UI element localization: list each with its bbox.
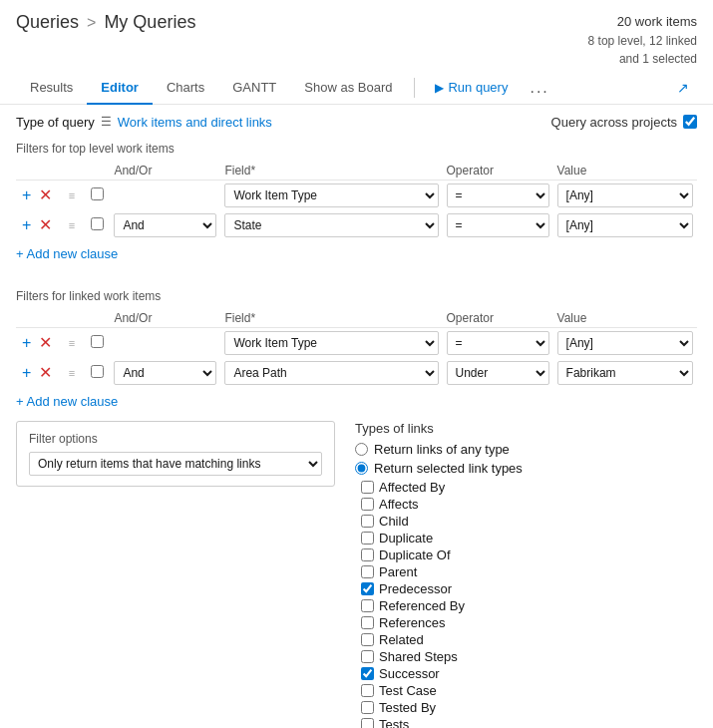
field-select[interactable]: State Work Item Type Area Path [224, 213, 438, 237]
types-of-links-label: Types of links [355, 421, 523, 436]
link-type-checkbox-referenced-by[interactable] [361, 599, 374, 612]
breadcrumb-current: My Queries [104, 12, 195, 33]
table-row: + ✕ ≡ Work Item Type State Area Path = [16, 327, 697, 358]
add-linked-clause[interactable]: + Add new clause [16, 394, 118, 409]
add-row-button[interactable]: + [20, 335, 33, 351]
query-type-left: Type of query ☰ Work items and direct li… [16, 115, 272, 130]
link-type-row: Referenced By [361, 598, 523, 613]
and-or-select[interactable]: And Or [114, 213, 216, 237]
link-type-checkbox-affected-by[interactable] [361, 481, 374, 494]
radio-any-input[interactable] [355, 443, 368, 456]
link-type-label: References [379, 615, 445, 630]
query-type-value[interactable]: Work items and direct links [118, 115, 272, 130]
link-type-row: Parent [361, 564, 523, 579]
link-type-checkbox-references[interactable] [361, 616, 374, 629]
radio-selected-input[interactable] [355, 462, 368, 475]
operator-select[interactable]: = != In Not In [447, 183, 549, 207]
linked-section-label: Filters for linked work items [16, 289, 697, 303]
operator-select[interactable]: = != In [447, 213, 549, 237]
field-select[interactable]: Work Item Type State Area Path Title [224, 183, 438, 207]
link-type-label: Duplicate Of [379, 547, 451, 562]
query-across-label: Query across projects [551, 115, 677, 130]
section-divider [16, 273, 697, 289]
value-select[interactable]: [Any] Active Closed [557, 213, 693, 237]
query-type-row: Type of query ☰ Work items and direct li… [16, 115, 697, 130]
link-type-label: Related [379, 632, 424, 647]
link-type-checkbox-affects[interactable] [361, 498, 374, 511]
run-query-label: Run query [448, 80, 508, 95]
link-type-label: Tested By [379, 700, 436, 715]
link-type-checkbox-parent[interactable] [361, 565, 374, 578]
link-type-checkbox-related[interactable] [361, 633, 374, 646]
link-type-checkbox-child[interactable] [361, 515, 374, 528]
link-type-checkbox-tested-by[interactable] [361, 701, 374, 714]
field-select[interactable]: Area Path Work Item Type State [224, 361, 438, 385]
tab-showasboard[interactable]: Show as Board [290, 72, 406, 105]
operator-select[interactable]: = != In [447, 331, 549, 355]
link-type-label: Parent [379, 564, 417, 579]
link-type-checkbox-duplicate-of[interactable] [361, 548, 374, 561]
drag-handle-icon[interactable]: ≡ [69, 337, 75, 349]
link-type-checkbox-shared-steps[interactable] [361, 650, 374, 663]
drag-handle-icon[interactable]: ≡ [69, 219, 75, 231]
value-select[interactable]: [Any] Bug Task [557, 183, 693, 207]
link-type-checkbox-tests[interactable] [361, 718, 374, 729]
linked-filters-table: And/Or Field* Operator Value + ✕ ≡ Work … [16, 309, 697, 388]
radio-any: Return links of any type [355, 442, 523, 457]
value-select[interactable]: Fabrikam [Any] [557, 361, 693, 385]
link-type-label: Successor [379, 666, 440, 681]
row-checkbox[interactable] [91, 365, 104, 378]
link-type-label: Affected By [379, 480, 445, 495]
nav-tabs: Results Editor Charts GANTT Show as Boar… [0, 72, 713, 105]
remove-row-button[interactable]: ✕ [37, 217, 54, 233]
add-row-button[interactable]: + [20, 187, 33, 203]
link-type-label: Shared Steps [379, 649, 458, 664]
tab-results[interactable]: Results [16, 72, 87, 105]
tab-editor[interactable]: Editor [87, 72, 153, 105]
link-type-checkbox-predecessor[interactable] [361, 582, 374, 595]
filter-options-select[interactable]: Only return items that have matching lin… [29, 452, 322, 476]
query-across-checkbox[interactable] [683, 115, 697, 129]
remove-row-button[interactable]: ✕ [37, 365, 54, 381]
types-of-links-box: Types of links Return links of any type … [355, 421, 523, 729]
add-row-button[interactable]: + [20, 365, 33, 381]
tab-divider [414, 78, 415, 98]
run-query-button[interactable]: ▶ Run query [423, 74, 520, 101]
breadcrumb: Queries > My Queries [16, 12, 195, 33]
add-row-button[interactable]: + [20, 217, 33, 233]
filter-options-label: Filter options [29, 432, 322, 446]
expand-icon[interactable]: ↗ [669, 74, 697, 102]
link-type-checkbox-test-case[interactable] [361, 684, 374, 697]
operator-select[interactable]: Under = != [447, 361, 549, 385]
drag-handle-icon[interactable]: ≡ [69, 189, 75, 201]
link-type-row: Successor [361, 666, 523, 681]
breadcrumb-parent[interactable]: Queries [16, 12, 79, 33]
link-type-label: Predecessor [379, 581, 452, 596]
breadcrumb-separator: > [87, 14, 96, 32]
tab-charts[interactable]: Charts [153, 72, 218, 105]
link-type-checkbox-successor[interactable] [361, 667, 374, 680]
header: Queries > My Queries 20 work items 8 top… [0, 0, 713, 72]
link-type-row: Predecessor [361, 581, 523, 596]
field-select[interactable]: Work Item Type State Area Path [224, 331, 438, 355]
link-type-row: Duplicate Of [361, 547, 523, 562]
table-row: + ✕ ≡ Work Item Type State Area Path Tit… [16, 180, 697, 210]
link-type-label: Affects [379, 497, 419, 512]
add-top-clause[interactable]: + Add new clause [16, 246, 118, 261]
remove-row-button[interactable]: ✕ [37, 187, 54, 203]
drag-handle-icon[interactable]: ≡ [69, 367, 75, 379]
more-button[interactable]: ... [520, 73, 558, 103]
row-checkbox[interactable] [91, 187, 104, 200]
top-filters-table: And/Or Field* Operator Value + ✕ ≡ Work … [16, 162, 697, 240]
value-select[interactable]: [Any] Bug Task [557, 331, 693, 355]
link-type-checkboxes: Affected ByAffectsChildDuplicateDuplicat… [361, 480, 523, 729]
tab-gantt[interactable]: GANTT [218, 72, 290, 105]
row-checkbox[interactable] [91, 217, 104, 230]
query-type-icon: ☰ [101, 115, 112, 129]
remove-row-button[interactable]: ✕ [37, 335, 54, 351]
link-type-row: Related [361, 632, 523, 647]
link-type-checkbox-duplicate[interactable] [361, 532, 374, 545]
query-type-label: Type of query [16, 115, 95, 130]
row-checkbox[interactable] [91, 335, 104, 348]
and-or-select[interactable]: And Or [114, 361, 216, 385]
